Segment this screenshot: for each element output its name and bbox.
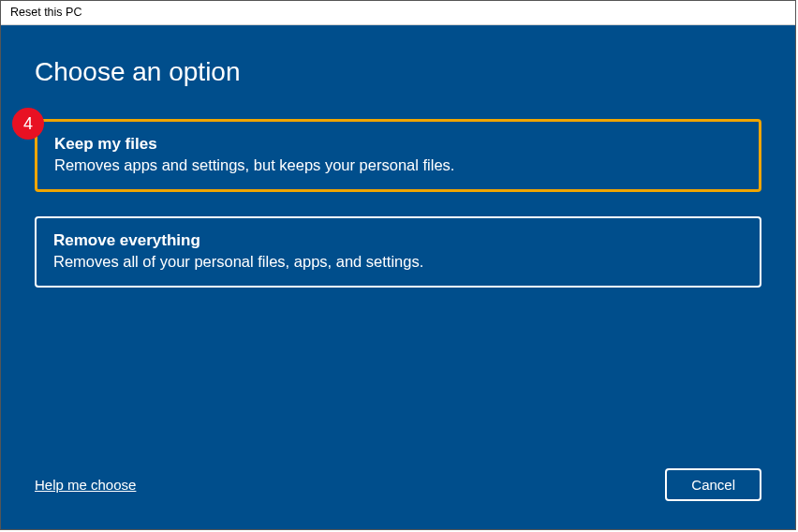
option-description: Removes apps and settings, but keeps you… xyxy=(54,156,742,174)
option-remove-everything[interactable]: Remove everything Removes all of your pe… xyxy=(35,216,761,288)
option-keep-my-files[interactable]: Keep my files Removes apps and settings,… xyxy=(35,119,761,192)
window-titlebar: Reset this PC xyxy=(1,1,795,25)
option-title: Remove everything xyxy=(53,231,743,250)
option-description: Removes all of your personal files, apps… xyxy=(53,253,743,271)
help-me-choose-link[interactable]: Help me choose xyxy=(35,477,136,493)
window-title: Reset this PC xyxy=(10,6,81,19)
reset-pc-window: Reset this PC 4 Choose an option Keep my… xyxy=(0,0,796,530)
dialog-heading: Choose an option xyxy=(35,57,761,87)
dialog-content: 4 Choose an option Keep my files Removes… xyxy=(1,25,795,529)
cancel-button[interactable]: Cancel xyxy=(665,468,761,501)
option-title: Keep my files xyxy=(54,135,742,154)
step-badge: 4 xyxy=(12,108,44,140)
dialog-footer: Help me choose Cancel xyxy=(35,468,761,512)
